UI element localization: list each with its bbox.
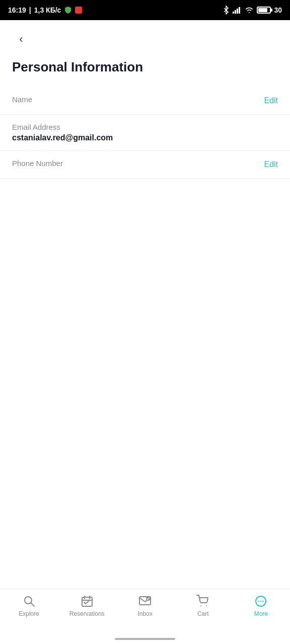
svg-point-19 xyxy=(263,601,264,602)
page-content: ‹ Personal Information Name Edit Email A… xyxy=(0,20,290,589)
svg-point-14 xyxy=(200,605,201,606)
home-bar xyxy=(115,638,175,640)
nav-item-explore[interactable]: Explore xyxy=(0,594,58,617)
nav-item-more[interactable]: More xyxy=(232,594,290,617)
back-button[interactable]: ‹ xyxy=(12,30,30,48)
nav-item-cart[interactable]: Cart xyxy=(174,594,232,617)
email-row: Email Address cstanialav.red@gmail.com xyxy=(12,123,278,142)
svg-rect-6 xyxy=(239,7,240,14)
name-section: Name Edit xyxy=(0,87,290,115)
email-section: Email Address cstanialav.red@gmail.com xyxy=(0,115,290,151)
svg-point-18 xyxy=(260,601,261,602)
more-label: More xyxy=(254,610,268,617)
name-edit-button[interactable]: Edit xyxy=(264,95,278,106)
battery-icon xyxy=(257,7,271,14)
email-value: cstanialav.red@gmail.com xyxy=(12,133,278,142)
name-label: Name xyxy=(12,95,264,104)
phone-row: Phone Number Edit xyxy=(12,159,278,170)
home-indicator xyxy=(0,634,290,644)
bluetooth-icon xyxy=(223,6,230,15)
time: 16:19 xyxy=(8,6,26,14)
content-spacer xyxy=(0,179,290,589)
status-left: 16:19 | 1,3 КБ/с xyxy=(8,6,82,14)
page-title: Personal Information xyxy=(12,59,278,75)
svg-rect-3 xyxy=(233,12,234,14)
network-speed: | xyxy=(29,6,31,14)
svg-rect-4 xyxy=(235,10,236,14)
explore-icon xyxy=(22,594,36,608)
svg-point-17 xyxy=(258,601,259,602)
inbox-label: Inbox xyxy=(137,610,152,617)
page-header: ‹ xyxy=(0,20,290,53)
status-right: 30 xyxy=(223,6,282,15)
email-label: Email Address xyxy=(12,123,278,131)
battery-level: 30 xyxy=(274,6,282,14)
phone-left: Phone Number xyxy=(12,159,264,170)
explore-label: Explore xyxy=(19,610,39,617)
svg-rect-0 xyxy=(75,7,82,14)
more-icon xyxy=(254,594,268,608)
cart-label: Cart xyxy=(197,610,209,617)
phone-section: Phone Number Edit xyxy=(0,151,290,179)
status-bar: 16:19 | 1,3 КБ/с xyxy=(0,0,290,20)
nav-item-reservations[interactable]: Reservations xyxy=(58,594,116,617)
network-info: 1,3 КБ/с xyxy=(34,6,61,14)
back-arrow-icon: ‹ xyxy=(19,34,23,45)
page-title-section: Personal Information xyxy=(0,53,290,87)
reservations-icon xyxy=(80,594,94,608)
bottom-nav: Explore Reservations Inbox xyxy=(0,589,290,634)
wifi-icon xyxy=(245,7,254,14)
email-left: Email Address cstanialav.red@gmail.com xyxy=(12,123,278,142)
notification-icon xyxy=(75,7,82,14)
shield-icon xyxy=(64,6,72,14)
svg-rect-5 xyxy=(237,9,238,14)
svg-point-15 xyxy=(206,605,207,606)
nav-item-inbox[interactable]: Inbox xyxy=(116,594,174,617)
cart-icon xyxy=(196,594,210,608)
svg-rect-9 xyxy=(82,597,92,606)
svg-line-8 xyxy=(31,603,34,607)
phone-label: Phone Number xyxy=(12,159,264,168)
name-row: Name Edit xyxy=(12,95,278,106)
phone-edit-button[interactable]: Edit xyxy=(264,159,278,170)
reservations-label: Reservations xyxy=(69,610,105,617)
inbox-icon xyxy=(138,594,152,608)
signal-icon xyxy=(233,7,242,14)
name-left: Name xyxy=(12,95,264,106)
